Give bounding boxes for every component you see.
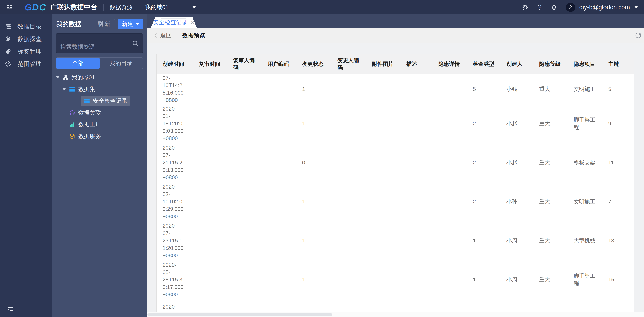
table-cell [400, 299, 432, 312]
table-row: 07-10T14:25:16.000+080015小钱重大文明施工5 [157, 74, 634, 104]
table-row: 2020-03-10T02:00:29.000+080012小孙重大文明施工7 [157, 182, 634, 221]
table-cell [227, 260, 262, 299]
chevron-down-icon [136, 23, 139, 25]
tree-item-data-factory[interactable]: 数据工厂 [56, 119, 143, 130]
data-catalog-icon [5, 23, 12, 30]
scrollbar-thumb[interactable] [148, 313, 332, 316]
tree-item-safety-record[interactable]: 安全检查记录 [56, 95, 143, 107]
table-cell [602, 299, 634, 312]
gdc-logo: GDC [24, 2, 46, 13]
chevron-down-icon[interactable] [634, 6, 638, 8]
table-cell: 小周 [500, 221, 533, 260]
tree-item-data-relation[interactable]: 数据关联 [56, 107, 143, 119]
notification-bell-icon[interactable] [550, 4, 558, 11]
menu-icon[interactable] [6, 3, 14, 11]
table-row: 2020- [157, 299, 634, 312]
table-cell [332, 299, 366, 312]
sidebar-item-data-catalog[interactable]: 数据目录 [0, 20, 52, 33]
resource-tree: 我的域01 数据集 安全检查记录 [56, 72, 143, 142]
sidebar-item-data-explore[interactable]: 数据探查 [0, 33, 52, 45]
table-cell: 脚手架工程 [568, 104, 602, 143]
table-cell [432, 74, 467, 104]
sidebar-item-scope-management[interactable]: 范围管理 [0, 58, 52, 70]
table-cell: 0 [296, 143, 332, 182]
sidebar-item-label: 数据探查 [18, 35, 42, 43]
table-cell: 小周 [500, 260, 533, 299]
tree-item-label: 我的域01 [72, 74, 95, 81]
column-header: 检查类型 [467, 54, 500, 74]
dataset-table-icon [69, 86, 76, 93]
table-cell [332, 182, 366, 221]
my-data-panel: 我的数据 刷 新 新建 全部 我的目录 我的域01 [52, 14, 147, 317]
table-cell: 9 [602, 104, 634, 143]
table-cell [193, 104, 227, 143]
back-button[interactable]: 返回 [153, 32, 172, 39]
dataset-table-icon [84, 98, 90, 104]
table-cell: 13 [602, 221, 634, 260]
search-input[interactable] [56, 34, 142, 53]
table-cell [262, 104, 296, 143]
avatar[interactable] [566, 3, 575, 12]
tab-safety-record[interactable]: 安全检查记录 × [151, 17, 197, 28]
caret-down-icon[interactable] [56, 76, 59, 78]
table-cell: 2020- [157, 299, 193, 312]
nav-data-resource[interactable]: 数据资源 [110, 3, 133, 11]
sidebar-item-tag-management[interactable]: 标签管理 [0, 45, 52, 58]
segment-my-catalog[interactable]: 我的目录 [100, 58, 143, 69]
tree-item-label: 数据集 [78, 85, 95, 93]
table-cell [193, 299, 227, 312]
table-cell [366, 74, 400, 104]
table-cell [193, 74, 227, 104]
refresh-button[interactable]: 刷 新 [93, 19, 115, 30]
refresh-icon[interactable] [634, 32, 642, 40]
search-icon[interactable] [132, 40, 139, 48]
horizontal-scrollbar[interactable] [147, 312, 644, 317]
table-cell: 2 [467, 143, 500, 182]
app-title: 广联达数据中台 [50, 3, 97, 12]
column-header: 描述 [400, 54, 432, 74]
sidebar-item-label: 范围管理 [18, 60, 42, 68]
page-title: 数据预览 [182, 32, 205, 39]
new-button[interactable]: 新建 [118, 19, 143, 30]
table-cell [332, 260, 366, 299]
caret-down-icon[interactable] [62, 88, 66, 90]
table-cell [366, 143, 400, 182]
data-explore-icon [5, 36, 12, 42]
table-cell: 小赵 [500, 104, 533, 143]
table-cell [227, 143, 262, 182]
selected-tree-item[interactable]: 安全检查记录 [81, 96, 130, 106]
table-cell [262, 221, 296, 260]
panel-title: 我的数据 [56, 20, 82, 29]
table-cell: 5 [467, 74, 500, 104]
help-icon[interactable]: ? [538, 3, 542, 11]
collapse-sidebar-icon[interactable] [7, 306, 14, 314]
table-row: 2020-01-18T20:09:03.000+080012小赵重大脚手架工程9 [157, 104, 634, 143]
column-header: 复审时间 [193, 54, 227, 74]
close-icon[interactable]: × [191, 19, 194, 26]
bug-icon[interactable] [522, 4, 529, 11]
table-cell: 文明施工 [568, 182, 602, 221]
tree-item-label: 安全检查记录 [93, 97, 127, 105]
table-cell: 重大 [533, 74, 568, 104]
table-cell: 2020-07-21T15:29:13.000+0800 [157, 143, 193, 182]
table-cell [227, 74, 262, 104]
table-cell: 07-10T14:25:16.000+0800 [157, 74, 193, 104]
table-cell: 1 [296, 221, 332, 260]
column-header: 复审人编码 [227, 54, 262, 74]
table-cell: 15 [602, 260, 634, 299]
tree-item-data-service[interactable]: 数据服务 [56, 130, 143, 142]
tree-item-domain[interactable]: 我的域01 [56, 72, 143, 83]
tree-item-dataset-group[interactable]: 数据集 [56, 83, 143, 95]
table-cell [227, 182, 262, 221]
column-header: 创建时间 [157, 54, 193, 74]
segment-all[interactable]: 全部 [56, 58, 100, 69]
column-header: 附件图片 [366, 54, 400, 74]
table-cell: 重大 [533, 104, 568, 143]
domain-selector[interactable]: 我的域01 [145, 3, 196, 11]
table-cell: 1 [296, 74, 332, 104]
table-cell [262, 143, 296, 182]
table-cell: 脚手架工程 [568, 260, 602, 299]
column-header: 隐患项目 [568, 54, 602, 74]
table-cell [400, 143, 432, 182]
table-cell [262, 74, 296, 104]
